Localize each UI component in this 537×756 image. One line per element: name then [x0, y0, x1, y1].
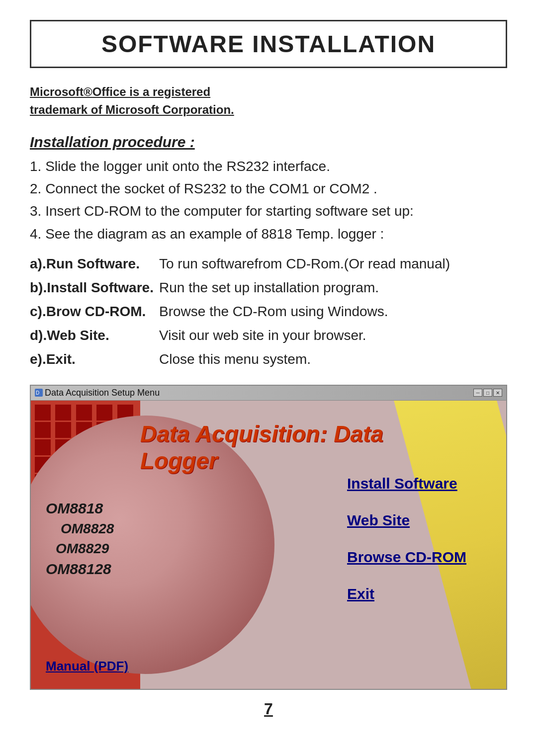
grid-cell [76, 405, 92, 420]
option-d-key: d).Web Site. [30, 325, 159, 346]
svg-text:D: D [36, 390, 39, 396]
window-title-text: Data Acquisition Setup Menu [45, 388, 160, 398]
exit-link[interactable]: Exit [347, 586, 374, 602]
steps-list: 1. Slide the logger unit onto the RS232 … [30, 157, 507, 244]
titlebar-left: D Data Acquisition Setup Menu [35, 388, 160, 398]
step-2: 2. Connect the socket of RS232 to the CO… [30, 179, 507, 198]
option-a-desc: To run softwarefrom CD-Rom.(Or read manu… [159, 253, 450, 274]
menu-option-b: b).Install Software. Run the set up inst… [30, 277, 507, 298]
step-4: 4. See the diagram as an example of 8818… [30, 224, 507, 244]
menu-option-c: c).Brow CD-ROM. Browse the CD-Rom using … [30, 301, 507, 322]
grid-cell [35, 422, 51, 438]
step-1: 1. Slide the logger unit onto the RS232 … [30, 157, 507, 176]
grid-cell [35, 439, 51, 455]
option-e-key: e).Exit. [30, 349, 159, 370]
manual-pdf-link[interactable]: Manual (PDF) [46, 659, 128, 674]
browse-cdrom-link[interactable]: Browse CD-ROM [347, 549, 466, 566]
menu-option-a: a).Run Software. To run softwarefrom CD-… [30, 253, 507, 274]
window-app-icon: D [35, 389, 43, 397]
screenshot-window: D Data Acquisition Setup Menu ─ □ ✕ Data… [30, 385, 507, 690]
option-c-desc: Browse the CD-Rom using Windows. [159, 301, 388, 322]
grid-cell [55, 405, 71, 420]
restore-button[interactable]: □ [483, 389, 492, 397]
trademark-line1: Microsoft®Office is a registered [30, 85, 210, 98]
option-c-key: c).Brow CD-ROM. [30, 301, 159, 322]
grid-cell [35, 405, 51, 420]
grid-cell [55, 422, 71, 438]
window-content: Data Acquisition: Data Logger OM8818 OM8… [31, 401, 506, 689]
model-om8818: OM8818 [46, 500, 114, 517]
model-om88128: OM88128 [46, 561, 114, 578]
app-title: Data Acquisition: Data Logger [140, 420, 466, 474]
web-site-link[interactable]: Web Site [347, 512, 410, 529]
grid-cell [96, 405, 112, 420]
trademark-line2: trademark of Microsoft Corporation. [30, 103, 234, 116]
window-titlebar: D Data Acquisition Setup Menu ─ □ ✕ [31, 386, 506, 401]
installation-heading: Installation procedure : [30, 134, 507, 151]
page-title: SOFTWARE INSTALLATION [46, 30, 491, 58]
option-e-desc: Close this menu system. [159, 349, 311, 370]
minimize-button[interactable]: ─ [473, 389, 482, 397]
page-number: 7 [30, 700, 507, 718]
page-title-box: SOFTWARE INSTALLATION [30, 20, 507, 68]
model-om8829: OM8829 [56, 541, 114, 557]
menu-option-d: d).Web Site. Visit our web site in your … [30, 325, 507, 346]
option-a-key: a).Run Software. [30, 253, 159, 274]
install-software-link[interactable]: Install Software [347, 475, 457, 492]
menu-options: a).Run Software. To run softwarefrom CD-… [30, 253, 507, 370]
close-button[interactable]: ✕ [493, 389, 502, 397]
right-links: Install Software Web Site Browse CD-ROM … [347, 475, 466, 602]
model-labels: OM8818 OM8828 OM8829 OM88128 [46, 500, 114, 578]
menu-option-e: e).Exit. Close this menu system. [30, 349, 507, 370]
window-controls[interactable]: ─ □ ✕ [473, 389, 502, 397]
trademark-notice: Microsoft®Office is a registered tradema… [30, 83, 507, 119]
option-b-desc: Run the set up installation program. [159, 277, 379, 298]
option-b-key: b).Install Software. [30, 277, 159, 298]
model-om8828: OM8828 [61, 521, 114, 537]
option-d-desc: Visit our web site in your browser. [159, 325, 366, 346]
step-3: 3. Insert CD-ROM to the computer for sta… [30, 201, 507, 221]
